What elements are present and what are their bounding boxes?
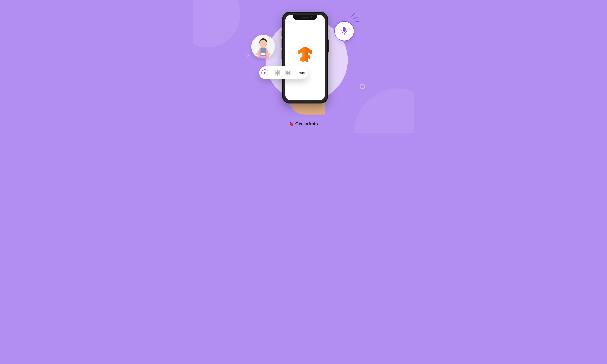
phone-notch <box>293 15 317 20</box>
tensorflow-logo-icon <box>296 45 314 63</box>
hero-illustration: 0:15 GeekyAnts <box>193 0 414 133</box>
brand-name: GeekyAnts <box>295 121 318 126</box>
svg-point-10 <box>293 121 294 122</box>
deco-ring-small <box>246 54 249 57</box>
mic-sound-rays <box>351 15 362 25</box>
brand-ant-icon <box>289 121 294 126</box>
microphone-badge <box>334 21 354 41</box>
svg-point-14 <box>291 124 291 124</box>
audio-duration: 0:15 <box>299 71 305 74</box>
svg-line-8 <box>292 122 293 123</box>
phone-device <box>282 12 328 104</box>
play-button[interactable] <box>262 69 268 76</box>
brand-lockup: GeekyAnts <box>289 121 318 126</box>
microphone-icon <box>340 26 348 36</box>
svg-line-7 <box>290 122 291 123</box>
person-avatar <box>251 35 275 58</box>
deco-ring-large <box>360 84 365 89</box>
svg-point-9 <box>290 121 290 122</box>
audio-player-widget: 0:15 <box>259 66 308 79</box>
svg-point-11 <box>290 123 293 126</box>
svg-point-15 <box>292 124 292 124</box>
audio-waveform <box>271 69 297 76</box>
bg-blob-top-left <box>193 0 240 47</box>
phone-screen <box>285 15 325 100</box>
svg-rect-0 <box>343 27 345 32</box>
play-icon <box>264 71 266 74</box>
svg-rect-6 <box>261 53 265 55</box>
bg-blob-bottom-right <box>354 89 414 133</box>
